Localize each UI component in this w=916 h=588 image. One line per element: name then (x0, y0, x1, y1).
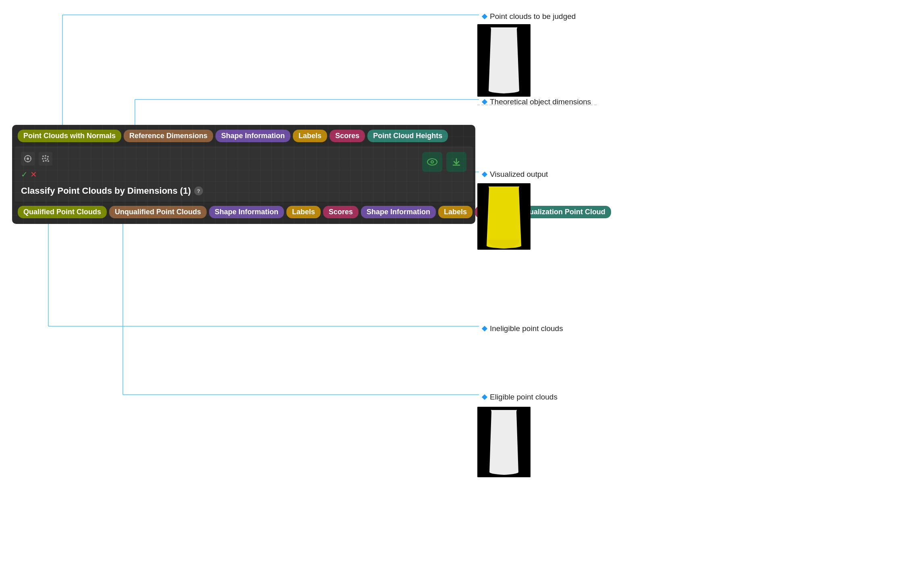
annotation-eligible: Eligible point clouds (483, 393, 557, 402)
classify-node: Point Clouds with Normals Reference Dime… (12, 125, 475, 224)
tab-labels-qualified[interactable]: Labels (286, 206, 321, 218)
settings-icon-cluster (21, 152, 35, 166)
annotation-label-3: Visualized output (490, 170, 548, 179)
diamond-icon-5 (482, 394, 487, 400)
tab-unqualified-point-clouds[interactable]: Unqualified Point Clouds (109, 206, 207, 218)
tab-shape-info-unqualified[interactable]: Shape Information (361, 206, 436, 218)
scatter-icon-cluster (39, 152, 52, 166)
svg-point-17 (47, 156, 49, 157)
annotation-label-5: Eligible point clouds (490, 393, 557, 402)
tabs-top: Point Clouds with Normals Reference Dime… (12, 125, 475, 146)
node-title: Classify Point Clouds by Dimensions (1) … (21, 186, 203, 196)
tab-labels-unqualified[interactable]: Labels (438, 206, 473, 218)
thumb-cup-eligible (477, 407, 531, 477)
svg-point-20 (47, 158, 48, 160)
svg-point-10 (27, 157, 29, 160)
svg-point-16 (45, 155, 46, 157)
tab-reference-dimensions[interactable]: Reference Dimensions (124, 130, 213, 142)
annotation-ineligible: Ineligible point clouds (483, 324, 563, 333)
tab-scores-top[interactable]: Scores (330, 130, 365, 142)
download-button[interactable] (446, 152, 466, 172)
check-icon: ✓ (21, 170, 28, 179)
cross-icon: ✕ (30, 170, 37, 179)
svg-point-19 (44, 157, 46, 159)
diamond-icon-4 (482, 326, 487, 331)
annotation-label-4: Ineligible point clouds (490, 324, 563, 333)
annotation-theoretical-dims: Theoretical object dimensions (483, 97, 591, 106)
svg-point-22 (45, 160, 47, 161)
help-badge[interactable]: ? (194, 186, 203, 195)
svg-point-15 (42, 155, 44, 157)
diamond-icon-1 (482, 14, 487, 19)
tab-point-clouds-normals[interactable]: Point Clouds with Normals (18, 130, 121, 142)
scatter-icon (39, 152, 52, 166)
diamond-icon-3 (482, 172, 487, 177)
eye-button[interactable] (422, 152, 442, 172)
node-icons-row (21, 152, 203, 166)
tab-shape-information-top[interactable]: Shape Information (216, 130, 290, 142)
tab-scores-qualified[interactable]: Scores (323, 206, 359, 218)
thumb-cup-bw (477, 24, 531, 97)
node-left-panel: ✓ ✕ Classify Point Clouds by Dimensions … (21, 152, 203, 196)
svg-point-23 (48, 160, 49, 162)
annotation-label-1: Point clouds to be judged (490, 12, 576, 21)
annotation-visualized-output: Visualized output (483, 170, 548, 179)
annotation-point-clouds-judged: Point clouds to be judged (483, 12, 576, 21)
tab-labels-top[interactable]: Labels (293, 130, 327, 142)
annotation-label-2: Theoretical object dimensions (490, 97, 591, 106)
tab-qualified-point-clouds[interactable]: Qualified Point Clouds (18, 206, 107, 218)
svg-point-26 (431, 161, 433, 163)
settings-icon[interactable] (21, 152, 35, 166)
tabs-bottom: Qualified Point Clouds Unqualified Point… (12, 202, 475, 224)
node-right-panel (422, 152, 466, 172)
tab-shape-info-qualified[interactable]: Shape Information (209, 206, 284, 218)
node-body: ✓ ✕ Classify Point Clouds by Dimensions … (15, 146, 473, 202)
thumb-cup-yellow (477, 183, 531, 250)
tab-point-cloud-heights[interactable]: Point Cloud Heights (367, 130, 448, 142)
diamond-icon-2 (482, 99, 487, 105)
svg-point-21 (43, 160, 44, 162)
check-cross-row: ✓ ✕ (21, 170, 203, 179)
svg-point-18 (42, 158, 44, 159)
